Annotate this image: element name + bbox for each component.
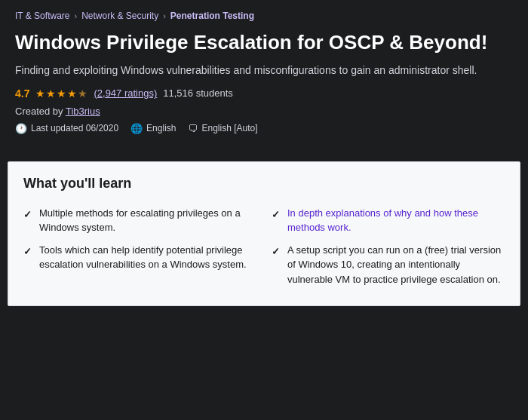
breadcrumb-network-security[interactable]: Network & Security bbox=[81, 11, 158, 21]
learn-title: What you'll learn bbox=[23, 176, 505, 192]
learn-section: What you'll learn ✓ Multiple methods for… bbox=[8, 161, 520, 307]
learn-item-text-3: In depth explanations of why and how the… bbox=[287, 206, 505, 235]
creator-row: Created by Tib3rius bbox=[15, 106, 513, 117]
breadcrumb: IT & Software › Network & Security › Pen… bbox=[15, 11, 513, 21]
star-1: ★ bbox=[35, 87, 45, 100]
creator-link[interactable]: Tib3rius bbox=[66, 106, 100, 117]
captions-icon: 🗨 bbox=[188, 123, 198, 134]
checkmark-icon-2: ✓ bbox=[23, 244, 32, 259]
star-2: ★ bbox=[46, 87, 56, 100]
meta-captions: 🗨 English [Auto] bbox=[188, 123, 257, 134]
meta-captions-text: English [Auto] bbox=[201, 123, 257, 133]
breadcrumb-separator-2: › bbox=[163, 11, 166, 20]
checkmark-icon-4: ✓ bbox=[272, 244, 280, 259]
checkmark-icon-1: ✓ bbox=[23, 207, 32, 222]
learn-grid: ✓ Multiple methods for escalating privil… bbox=[23, 202, 505, 291]
meta-language: 🌐 English bbox=[130, 123, 176, 134]
checkmark-icon-3: ✓ bbox=[272, 207, 280, 222]
meta-language-text: English bbox=[146, 123, 176, 133]
learn-item-4: ✓ A setup script you can run on a (free)… bbox=[264, 239, 505, 291]
meta-row: 🕐 Last updated 06/2020 🌐 English 🗨 Engli… bbox=[15, 123, 513, 134]
learn-item-text-4: A setup script you can run on a (free) t… bbox=[287, 243, 505, 287]
learn-item-text-1: Multiple methods for escalating privileg… bbox=[39, 206, 253, 235]
meta-updated-text: Last updated 06/2020 bbox=[31, 123, 118, 133]
clock-icon: 🕐 bbox=[15, 123, 27, 134]
breadcrumb-penetration-testing[interactable]: Penetration Testing bbox=[170, 11, 254, 21]
star-3: ★ bbox=[57, 87, 66, 100]
learn-col-left: ✓ Multiple methods for escalating privil… bbox=[23, 202, 264, 291]
rating-count[interactable]: (2,947 ratings) bbox=[94, 87, 157, 99]
meta-updated: 🕐 Last updated 06/2020 bbox=[15, 123, 118, 134]
learn-col-right: ✓ In depth explanations of why and how t… bbox=[264, 202, 505, 291]
rating-score: 4.7 bbox=[15, 87, 29, 100]
star-5: ★ bbox=[78, 87, 87, 100]
hero-section: IT & Software › Network & Security › Pen… bbox=[0, 0, 528, 149]
stars-container: ★ ★ ★ ★ ★ bbox=[35, 87, 87, 100]
learn-item-3: ✓ In depth explanations of why and how t… bbox=[264, 202, 505, 239]
students-count: 11,516 students bbox=[163, 87, 233, 99]
learn-item-text-2: Tools which can help identify potential … bbox=[39, 243, 253, 272]
globe-icon: 🌐 bbox=[130, 123, 143, 134]
rating-row: 4.7 ★ ★ ★ ★ ★ (2,947 ratings) 11,516 stu… bbox=[15, 87, 513, 100]
learn-item-2: ✓ Tools which can help identify potentia… bbox=[23, 239, 264, 276]
course-subtitle: Finding and exploiting Windows vulnerabi… bbox=[15, 63, 498, 78]
breadcrumb-it-software[interactable]: IT & Software bbox=[15, 11, 69, 21]
breadcrumb-separator-1: › bbox=[74, 11, 77, 20]
course-title: Windows Privilege Escalation for OSCP & … bbox=[15, 30, 513, 55]
learn-item-1: ✓ Multiple methods for escalating privil… bbox=[23, 202, 264, 239]
star-4: ★ bbox=[67, 87, 77, 100]
creator-label: Created by bbox=[15, 106, 63, 117]
